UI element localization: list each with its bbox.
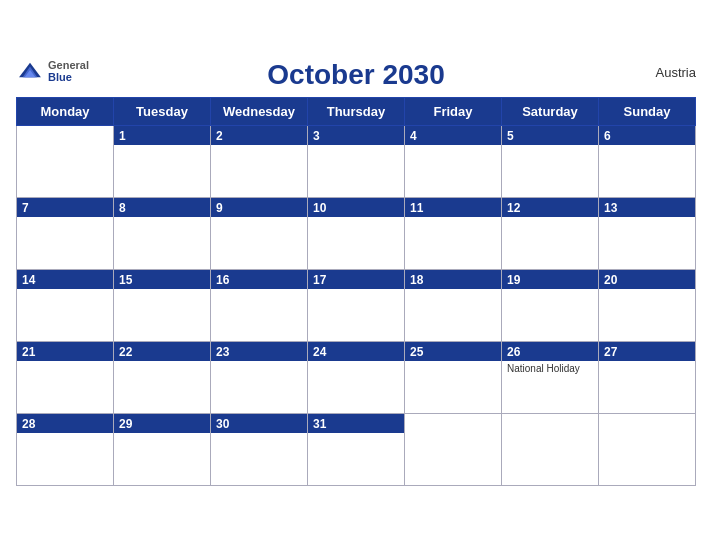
day-cell: 27 xyxy=(599,341,696,413)
day-cell: 24 xyxy=(308,341,405,413)
day-number: 21 xyxy=(22,345,108,359)
day-cell: 8 xyxy=(114,197,211,269)
day-number: 16 xyxy=(216,273,302,287)
day-cell xyxy=(502,413,599,485)
col-friday: Friday xyxy=(405,97,502,125)
col-sunday: Sunday xyxy=(599,97,696,125)
day-cell: 19 xyxy=(502,269,599,341)
day-cell: 22 xyxy=(114,341,211,413)
day-cell: 15 xyxy=(114,269,211,341)
day-cell: 3 xyxy=(308,125,405,197)
day-cell: 28 xyxy=(17,413,114,485)
day-cell: 13 xyxy=(599,197,696,269)
day-number: 9 xyxy=(216,201,302,215)
day-number: 11 xyxy=(410,201,496,215)
day-cell: 26National Holiday xyxy=(502,341,599,413)
week-row-2: 78910111213 xyxy=(17,197,696,269)
weekday-header-row: Monday Tuesday Wednesday Thursday Friday… xyxy=(17,97,696,125)
day-cell: 4 xyxy=(405,125,502,197)
day-number: 2 xyxy=(216,129,302,143)
holiday-label: National Holiday xyxy=(507,363,593,374)
day-cell: 30 xyxy=(211,413,308,485)
logo-area: General Blue xyxy=(16,59,89,83)
day-cell: 25 xyxy=(405,341,502,413)
country-label: Austria xyxy=(656,65,696,80)
day-cell: 1 xyxy=(114,125,211,197)
day-number: 7 xyxy=(22,201,108,215)
day-cell xyxy=(599,413,696,485)
col-monday: Monday xyxy=(17,97,114,125)
logo-blue-text: Blue xyxy=(48,71,89,83)
day-cell: 5 xyxy=(502,125,599,197)
day-number: 25 xyxy=(410,345,496,359)
day-cell: 18 xyxy=(405,269,502,341)
day-cell: 16 xyxy=(211,269,308,341)
day-number: 30 xyxy=(216,417,302,431)
day-number: 13 xyxy=(604,201,690,215)
col-saturday: Saturday xyxy=(502,97,599,125)
day-cell: 23 xyxy=(211,341,308,413)
day-number: 19 xyxy=(507,273,593,287)
day-number: 24 xyxy=(313,345,399,359)
logo-text-block: General Blue xyxy=(48,59,89,83)
week-row-4: 212223242526National Holiday27 xyxy=(17,341,696,413)
week-row-3: 14151617181920 xyxy=(17,269,696,341)
day-number: 10 xyxy=(313,201,399,215)
calendar-title: October 2030 xyxy=(267,59,444,91)
day-number: 23 xyxy=(216,345,302,359)
day-cell: 6 xyxy=(599,125,696,197)
logo-icon xyxy=(16,61,44,81)
calendar-body: 1234567891011121314151617181920212223242… xyxy=(17,125,696,485)
day-number: 4 xyxy=(410,129,496,143)
day-cell: 29 xyxy=(114,413,211,485)
logo-container: General Blue xyxy=(16,59,89,83)
week-row-1: 123456 xyxy=(17,125,696,197)
calendar-header: General Blue October 2030 Austria xyxy=(16,59,696,91)
logo-general-text: General xyxy=(48,59,89,71)
col-wednesday: Wednesday xyxy=(211,97,308,125)
day-number: 27 xyxy=(604,345,690,359)
day-number: 22 xyxy=(119,345,205,359)
day-number: 12 xyxy=(507,201,593,215)
day-number: 3 xyxy=(313,129,399,143)
day-cell: 21 xyxy=(17,341,114,413)
day-number: 8 xyxy=(119,201,205,215)
day-cell xyxy=(17,125,114,197)
col-tuesday: Tuesday xyxy=(114,97,211,125)
day-number: 6 xyxy=(604,129,690,143)
day-cell: 12 xyxy=(502,197,599,269)
day-number: 14 xyxy=(22,273,108,287)
day-cell: 2 xyxy=(211,125,308,197)
calendar-wrapper: General Blue October 2030 Austria Monday… xyxy=(0,49,712,502)
day-cell: 17 xyxy=(308,269,405,341)
day-cell: 7 xyxy=(17,197,114,269)
week-row-5: 28293031 xyxy=(17,413,696,485)
calendar-table: Monday Tuesday Wednesday Thursday Friday… xyxy=(16,97,696,486)
day-number: 15 xyxy=(119,273,205,287)
day-number: 20 xyxy=(604,273,690,287)
day-number: 1 xyxy=(119,129,205,143)
col-thursday: Thursday xyxy=(308,97,405,125)
day-cell: 10 xyxy=(308,197,405,269)
day-number: 17 xyxy=(313,273,399,287)
day-cell: 11 xyxy=(405,197,502,269)
day-cell: 14 xyxy=(17,269,114,341)
day-number: 5 xyxy=(507,129,593,143)
day-number: 28 xyxy=(22,417,108,431)
day-number: 31 xyxy=(313,417,399,431)
day-cell: 31 xyxy=(308,413,405,485)
day-number: 29 xyxy=(119,417,205,431)
day-cell: 20 xyxy=(599,269,696,341)
day-number: 18 xyxy=(410,273,496,287)
day-cell xyxy=(405,413,502,485)
day-cell: 9 xyxy=(211,197,308,269)
day-number: 26 xyxy=(507,345,593,359)
